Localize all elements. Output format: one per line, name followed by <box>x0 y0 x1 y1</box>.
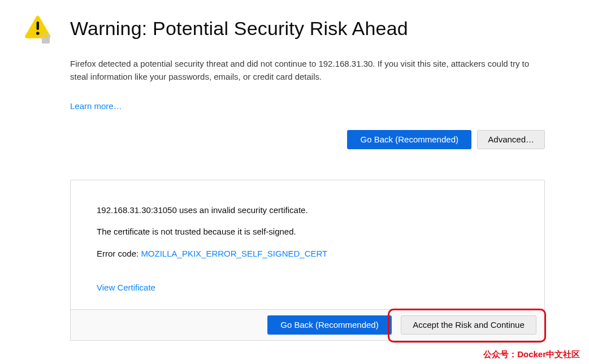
svg-rect-0 <box>37 21 39 30</box>
attribution-text: 公众号：Docker中文社区 <box>483 348 580 361</box>
cert-self-signed-text: The certificate is not trusted because i… <box>97 226 518 239</box>
warning-description: Firefox detected a potential security th… <box>70 58 545 83</box>
error-code-label: Error code: <box>97 249 141 258</box>
advanced-details-panel: 192.168.31.30:31050 uses an invalid secu… <box>70 180 545 309</box>
page-title: Warning: Potential Security Risk Ahead <box>70 17 408 40</box>
svg-rect-2 <box>42 37 50 44</box>
go-back-button[interactable]: Go Back (Recommended) <box>347 130 471 149</box>
advanced-button[interactable]: Advanced… <box>477 130 545 149</box>
warning-triangle-icon <box>24 15 52 45</box>
error-code-link[interactable]: MOZILLA_PKIX_ERROR_SELF_SIGNED_CERT <box>141 249 327 258</box>
top-button-row: Go Back (Recommended) Advanced… <box>70 130 545 149</box>
go-back-button-footer[interactable]: Go Back (Recommended) <box>267 315 392 335</box>
error-code-line: Error code: MOZILLA_PKIX_ERROR_SELF_SIGN… <box>97 248 518 261</box>
svg-point-1 <box>36 32 40 35</box>
view-certificate-link[interactable]: View Certificate <box>97 281 155 294</box>
cert-invalid-text: 192.168.31.30:31050 uses an invalid secu… <box>97 204 518 217</box>
advanced-footer: Go Back (Recommended) Accept the Risk an… <box>70 309 545 341</box>
accept-risk-button[interactable]: Accept the Risk and Continue <box>401 315 536 335</box>
learn-more-link[interactable]: Learn more… <box>70 100 122 113</box>
